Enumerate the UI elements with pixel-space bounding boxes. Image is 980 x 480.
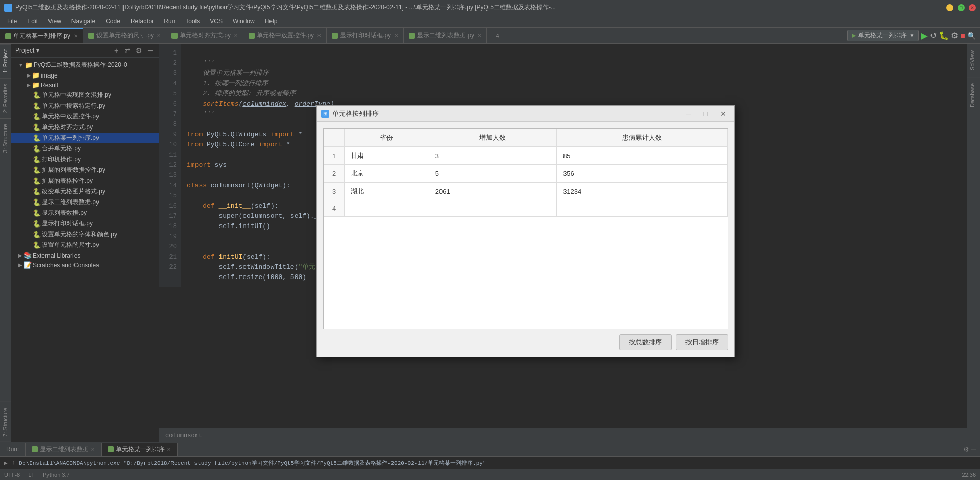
run-toolbar: ▶ 单元格某一列排序 ▼ ▶ ↺ 🐛 ⚙ ■ 🔍 <box>843 28 980 43</box>
tree-file-sort[interactable]: 🐍 单元格某一列排序.py <box>11 133 159 143</box>
sidebar-settings-btn[interactable]: ⚙ <box>134 46 143 55</box>
menu-refactor[interactable]: Refactor <box>126 15 159 27</box>
search-button[interactable]: 🔍 <box>967 32 976 40</box>
tree-file-cellsize[interactable]: 🐍 设置单元格的尺寸.py <box>11 240 159 250</box>
menu-help[interactable]: Help <box>260 15 283 27</box>
close-button[interactable]: ✕ <box>969 4 976 11</box>
tree-file-fontcolor[interactable]: 🐍 设置单元格的字体和颜色.py <box>11 229 159 240</box>
menu-edit[interactable]: Edit <box>22 15 43 27</box>
dialog-minimize-button[interactable]: ─ <box>681 109 696 119</box>
title-bar: PyQt5二维数据及表格操作-2020-02-11 [D:\Byrbt2018\… <box>0 0 980 15</box>
run-config-selector[interactable]: ▶ 单元格某一列排序 ▼ <box>847 30 919 41</box>
tab-close-icon[interactable]: ✕ <box>394 33 398 38</box>
py-icon: 🐍 <box>33 113 41 120</box>
tree-file-listdata[interactable]: 🐍 显示列表数据.py <box>11 208 159 218</box>
minimize-button[interactable]: ─ <box>946 4 953 11</box>
tree-file-print[interactable]: 🐍 打印机操作.py <box>11 154 159 165</box>
tree-item-label: 扩展的列表数据控件.py <box>42 166 105 174</box>
tab-close-icon[interactable]: ✕ <box>477 33 481 38</box>
tree-file-align[interactable]: 🐍 单元格对齐方式.py <box>11 122 159 133</box>
tab-2dlistpy[interactable]: 显示二维列表数据.py ✕ <box>404 28 487 43</box>
py-icon: 🐍 <box>33 241 41 249</box>
tree-extlibs[interactable]: ▶ 📚 External Libraries <box>11 250 159 260</box>
tree-root-folder[interactable]: ▼ 📁 PyQt5二维数据及表格操作-2020-0 <box>11 60 159 70</box>
tab-close-icon[interactable]: ✕ <box>74 33 78 39</box>
sort-by-daily-button[interactable]: 按日增排序 <box>676 334 728 350</box>
rerun-button[interactable]: ↺ <box>930 31 937 40</box>
tree-file-imgfmt[interactable]: 🐍 改变单元格图片格式.py <box>11 186 159 197</box>
cell-total: 356 <box>557 165 728 183</box>
sidebar-transfer-btn[interactable]: ⇄ <box>123 46 132 55</box>
menu-navigate[interactable]: Navigate <box>66 15 101 27</box>
libraries-icon: 📚 <box>23 251 32 259</box>
tab-sizepy[interactable]: 设置单元格的尺寸.py ✕ <box>83 28 166 43</box>
sidebar-collapse-btn[interactable]: ─ <box>145 46 155 55</box>
run-scroll-up[interactable]: ↑ <box>12 460 15 466</box>
table-row: 2 北京 5 356 <box>324 165 728 183</box>
sidebar-add-btn[interactable]: + <box>112 46 121 55</box>
menu-code[interactable]: Code <box>101 15 126 27</box>
py-file-icon <box>409 33 415 39</box>
sort-by-total-button[interactable]: 按总数排序 <box>619 334 672 350</box>
panel-tab-structure2[interactable]: 7: Structure <box>0 402 11 442</box>
stop-button[interactable]: ■ <box>960 31 965 40</box>
panel-tab-project[interactable]: 1: Project <box>0 44 11 78</box>
cell-province: 北京 <box>345 165 429 183</box>
py-icon <box>108 446 114 452</box>
tree-file-exttable[interactable]: 🐍 扩展的表格控件.py <box>11 175 159 186</box>
tree-file-placewidget[interactable]: 🐍 单元格中放置控件.py <box>11 111 159 122</box>
menu-vcs[interactable]: VCS <box>205 15 228 27</box>
run-button[interactable]: ▶ <box>921 30 928 41</box>
run-tab-close-icon[interactable]: ✕ <box>91 447 95 452</box>
coverage-button[interactable]: ⚙ <box>951 31 958 40</box>
run-tabs-spacer <box>178 443 959 456</box>
dialog-action-buttons: 按总数排序 按日增排序 <box>323 329 728 350</box>
status-text: UTF-8 <box>4 472 20 478</box>
menu-file[interactable]: File <box>2 15 22 27</box>
dialog-close-button[interactable]: ✕ <box>716 109 730 119</box>
tab-label: 单元格某一列排序.py <box>13 32 70 40</box>
tree-file-search[interactable]: 🐍 单元格中搜索特定行.py <box>11 100 159 111</box>
tree-result-folder[interactable]: ▶ 📁 Result <box>11 80 159 90</box>
sidebar-header: Project ▾ + ⇄ ⚙ ─ <box>11 44 159 58</box>
menu-view[interactable]: View <box>43 15 66 27</box>
tree-scratches[interactable]: ▶ 📝 Scratches and Consoles <box>11 260 159 270</box>
tab-widgetpy[interactable]: 单元格中放置控件.py ✕ <box>243 28 327 43</box>
dialog-maximize-button[interactable]: □ <box>699 109 713 119</box>
tab-close-icon[interactable]: ✕ <box>234 33 238 38</box>
tree-file-2dlist[interactable]: 🐍 显示二维列表数据.py <box>11 197 159 208</box>
tree-item-label: 设置单元格的尺寸.py <box>42 241 99 249</box>
menu-run[interactable]: Run <box>159 15 180 27</box>
table-header-province: 省份 <box>345 129 429 147</box>
tree-file-printdlg[interactable]: 🐍 显示打印对话框.py <box>11 218 159 229</box>
run-settings-icon[interactable]: ⚙ <box>963 446 969 453</box>
menu-tools[interactable]: Tools <box>180 15 205 27</box>
py-icon: 🐍 <box>33 231 41 238</box>
run-tab-sort[interactable]: 单元格某一列排序 ✕ <box>102 443 178 456</box>
tree-file-merge[interactable]: 🐍 合并单元格.py <box>11 143 159 154</box>
tab-alignpy[interactable]: 单元格对齐方式.py ✕ <box>166 28 243 43</box>
tab-sortpy[interactable]: 单元格某一列排序.py ✕ <box>0 28 83 43</box>
run-config-icon: ▶ <box>852 32 856 39</box>
sidebar-project-label: Project ▾ <box>15 47 110 54</box>
maximize-button[interactable]: □ <box>958 4 965 11</box>
menu-window[interactable]: Window <box>228 15 260 27</box>
py-file-icon <box>5 33 11 39</box>
tree-file-mixtext[interactable]: 🐍 单元格中实现图文混排.py <box>11 90 159 100</box>
tree-item-label: 显示打印对话框.py <box>42 219 93 228</box>
run-tab-2dlist[interactable]: 显示二维列表数据 ✕ <box>26 443 102 456</box>
run-close-icon[interactable]: ─ <box>971 446 976 453</box>
run-tab-close-icon[interactable]: ✕ <box>167 447 171 452</box>
tab-printpy[interactable]: 显示打印对话框.py ✕ <box>327 28 404 43</box>
right-tab-sciview[interactable]: SciView <box>967 44 980 77</box>
tree-file-extlist[interactable]: 🐍 扩展的列表数据控件.py <box>11 165 159 175</box>
tab-close-icon[interactable]: ✕ <box>157 33 161 38</box>
status-python: Python 3.7 <box>43 472 70 478</box>
debug-button[interactable]: 🐛 <box>939 31 949 40</box>
panel-tab-favorites[interactable]: 2: Favorites <box>0 78 11 118</box>
right-tab-database[interactable]: Database <box>967 77 980 113</box>
panel-tab-structure1[interactable]: 3: Structure <box>0 118 11 158</box>
tree-image-folder[interactable]: ▶ 📁 image <box>11 70 159 80</box>
tab-close-icon[interactable]: ✕ <box>317 33 321 38</box>
status-line-col: 22:36 <box>962 472 976 478</box>
